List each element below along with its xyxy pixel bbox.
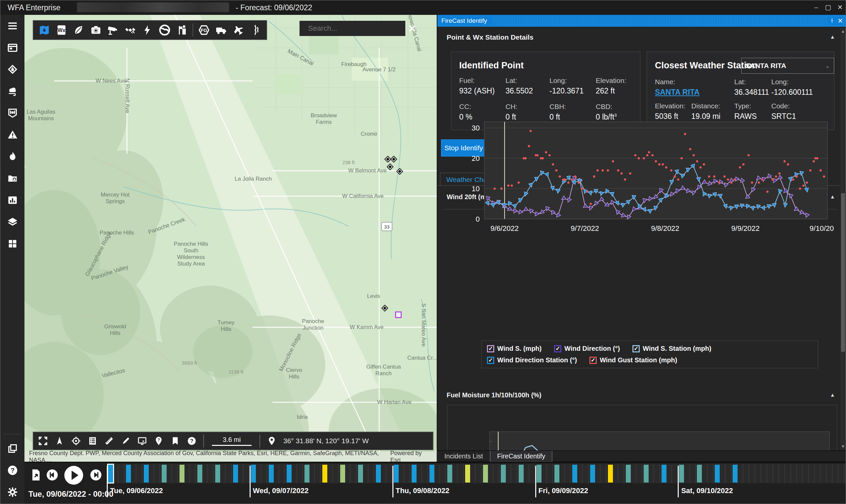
minimize-button[interactable]: – bbox=[811, 2, 821, 12]
timeline-hour-bar[interactable] bbox=[394, 465, 399, 483]
timeline-hour-bar[interactable] bbox=[732, 465, 738, 483]
step-back-icon[interactable] bbox=[46, 468, 59, 482]
export-frame-icon[interactable] bbox=[29, 468, 42, 482]
timeline-hour-bar[interactable] bbox=[322, 465, 327, 483]
legend-item[interactable]: ✓Wind Direction Station (°) bbox=[487, 356, 577, 364]
timeline-hour-bar[interactable] bbox=[590, 465, 595, 483]
warning-icon[interactable] bbox=[0, 124, 24, 146]
pencil-icon[interactable] bbox=[119, 434, 133, 448]
timeline-hour-bar[interactable] bbox=[519, 465, 524, 483]
timeline-hour-bar[interactable] bbox=[537, 465, 541, 483]
search-input[interactable] bbox=[308, 24, 404, 33]
search-clear-icon[interactable]: ✕ bbox=[408, 23, 416, 34]
timeline-hour-bar[interactable] bbox=[501, 465, 506, 483]
help-icon[interactable]: ? bbox=[0, 460, 24, 481]
timeline-hour-bar[interactable] bbox=[233, 465, 238, 483]
location-pin-icon[interactable] bbox=[265, 434, 279, 448]
north-arrow-icon[interactable] bbox=[53, 434, 67, 448]
timeline-hour-bar[interactable] bbox=[269, 465, 274, 483]
bottom-tab-firecast-identify[interactable]: FireCast Identify bbox=[490, 451, 553, 462]
station-badge-icon[interactable] bbox=[0, 102, 24, 124]
section-collapse-icon[interactable]: ▲ bbox=[830, 34, 835, 40]
timeline-hour-bar[interactable] bbox=[251, 465, 256, 483]
timeline-hour-bar[interactable] bbox=[483, 465, 488, 483]
timeline-hour-bar[interactable] bbox=[679, 465, 684, 483]
ruler-icon[interactable] bbox=[102, 434, 116, 448]
timeline-hour-bar[interactable] bbox=[197, 465, 202, 483]
timeline-hour-bar[interactable] bbox=[215, 465, 220, 483]
close-button[interactable]: ✕ bbox=[835, 2, 845, 12]
camera-icon[interactable] bbox=[88, 22, 103, 38]
legend-item[interactable]: ✓Wind Gust Station (mph) bbox=[589, 356, 677, 364]
fuel-collapse-icon[interactable]: ▲ bbox=[830, 392, 835, 398]
timeline-hour-bar[interactable] bbox=[162, 465, 167, 483]
scrollbar-thumb[interactable] bbox=[841, 193, 845, 352]
leaf-icon[interactable] bbox=[71, 22, 86, 38]
search-box[interactable]: ✕ bbox=[299, 21, 405, 36]
identified-point-marker[interactable] bbox=[395, 311, 402, 318]
timeline-hour-bar[interactable] bbox=[144, 465, 149, 483]
windows-icon[interactable] bbox=[0, 438, 24, 460]
step-forward-icon[interactable] bbox=[89, 468, 103, 482]
gear-icon[interactable] bbox=[0, 481, 24, 503]
wx-icon[interactable]: Wx bbox=[54, 22, 69, 38]
aircraft-icon[interactable] bbox=[231, 22, 246, 38]
pin-question-icon[interactable]: ? bbox=[152, 434, 166, 448]
grid-icon[interactable] bbox=[0, 233, 24, 255]
timeline-hour-bar[interactable] bbox=[126, 465, 131, 483]
panel-close-icon[interactable]: ✕ bbox=[838, 17, 843, 25]
map-fire-icon[interactable] bbox=[37, 22, 52, 38]
satellite-icon[interactable] bbox=[123, 22, 138, 38]
chart-icon[interactable] bbox=[0, 189, 24, 211]
bolt-icon[interactable] bbox=[140, 22, 155, 38]
maximize-button[interactable]: ▢ bbox=[823, 2, 833, 12]
weather-cloud-icon[interactable] bbox=[0, 80, 24, 102]
timeline-hour-bar[interactable] bbox=[412, 465, 417, 483]
timeline-hour-bar[interactable] bbox=[554, 465, 559, 483]
help-circle-icon[interactable]: ? bbox=[185, 434, 199, 448]
legend-checkbox[interactable]: ✓ bbox=[554, 345, 562, 353]
timeline-hour-bar[interactable] bbox=[661, 465, 667, 483]
cctv-icon[interactable] bbox=[105, 22, 121, 38]
timeline-hour-bar[interactable] bbox=[644, 465, 649, 483]
station-dropdown[interactable]: SANTA RITA ⌄ bbox=[741, 58, 834, 74]
plume-icon[interactable] bbox=[248, 22, 263, 38]
calendar-icon[interactable] bbox=[0, 37, 24, 58]
timeline-hour-bar[interactable] bbox=[287, 465, 292, 483]
earth-icon[interactable] bbox=[157, 22, 172, 38]
timeline-hour-bar[interactable] bbox=[465, 465, 470, 483]
flame-icon[interactable] bbox=[0, 146, 24, 167]
legend-checkbox[interactable]: ✓ bbox=[487, 357, 494, 364]
timeline-hour-bar[interactable] bbox=[572, 465, 577, 483]
timeline-hour-bar[interactable] bbox=[340, 465, 345, 483]
layers-icon[interactable] bbox=[0, 211, 24, 233]
person-flag-icon[interactable] bbox=[174, 22, 189, 38]
timeline-hour-bar[interactable] bbox=[626, 465, 631, 483]
fuel-chart-frame[interactable]: 6 bbox=[447, 405, 837, 451]
legend-item[interactable]: ✓Wind S. (mph) bbox=[487, 345, 541, 353]
wind-chart[interactable]: 01020309/6/20229/7/20229/8/20229/9/20229… bbox=[457, 114, 834, 246]
legend-item[interactable]: ✓Wind S. Station (mph) bbox=[633, 345, 711, 353]
truck-icon[interactable] bbox=[213, 22, 229, 38]
timeline-hour-bar[interactable] bbox=[108, 465, 113, 483]
bottom-tab-incidents-list[interactable]: Incidents List bbox=[437, 451, 490, 462]
timeline-hour-bar[interactable] bbox=[715, 465, 720, 483]
timeline-hour-bar[interactable] bbox=[429, 465, 434, 483]
panel-scrollbar[interactable]: ▲ ▼ bbox=[840, 28, 846, 450]
timeline-hour-bar[interactable] bbox=[358, 465, 363, 483]
play-icon[interactable] bbox=[64, 465, 84, 486]
timeline-hour-bar[interactable] bbox=[179, 465, 185, 483]
basemap-icon[interactable] bbox=[135, 434, 149, 448]
timeline-hour-bar[interactable] bbox=[447, 465, 452, 483]
locate-icon[interactable] bbox=[69, 434, 83, 448]
menu-icon[interactable] bbox=[0, 15, 24, 37]
pin-icon[interactable]: ⟊ bbox=[831, 17, 833, 25]
legend-item[interactable]: ✓Wind Direction (°) bbox=[554, 345, 620, 353]
scroll-up-icon[interactable]: ▲ bbox=[840, 29, 846, 34]
timeline-hour-bar[interactable] bbox=[305, 465, 309, 483]
legend-checkbox[interactable]: ✓ bbox=[633, 345, 640, 353]
legend-checkbox[interactable]: ✓ bbox=[589, 357, 597, 364]
timeline-hour-bar[interactable] bbox=[608, 465, 613, 483]
fg-icon[interactable]: FG bbox=[196, 22, 211, 38]
folder-fire-icon[interactable] bbox=[0, 167, 24, 189]
